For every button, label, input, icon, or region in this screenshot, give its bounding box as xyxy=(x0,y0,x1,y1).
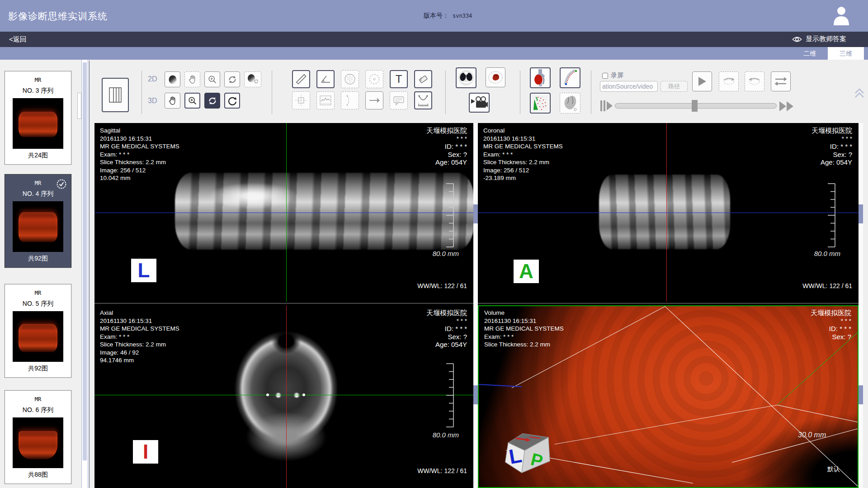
histogram-icon xyxy=(319,94,332,107)
heart2-preset-button[interactable]: D xyxy=(560,93,580,114)
study-datetime: 20161130 16:15:31 xyxy=(100,135,179,143)
swap-arrows-icon xyxy=(774,76,787,86)
user-icon[interactable] xyxy=(832,5,851,25)
loop-ccw-icon xyxy=(748,76,761,87)
series-card-4-selected[interactable]: MR NO. 4 序列 共92图 xyxy=(5,174,71,268)
knee-preset-button[interactable] xyxy=(530,67,551,88)
scale-label: 80.0 mm xyxy=(433,431,459,439)
back-button[interactable]: <返回 xyxy=(9,35,27,44)
ruler-icon xyxy=(295,73,307,85)
series-card-5[interactable]: MR NO. 5 序列 共92图 xyxy=(5,284,71,378)
show-teacher-answer-button[interactable]: 显示教师答案 xyxy=(792,35,846,43)
play-button[interactable] xyxy=(692,71,712,91)
fast-forward-icon[interactable] xyxy=(779,100,795,112)
slice-position: 94.1746 mm xyxy=(100,356,179,365)
crosshair-tool-button[interactable] xyxy=(292,91,310,109)
tab-3d[interactable]: 三维 xyxy=(828,47,864,60)
toolbar-divider xyxy=(591,71,591,114)
pan-2d-button[interactable] xyxy=(184,71,200,87)
arc-tool-button[interactable] xyxy=(341,91,359,109)
curve-ruler-tool-button[interactable] xyxy=(414,91,432,109)
rotate-2d-button[interactable] xyxy=(224,71,240,87)
window-info: WW/WL: 122 / 61 xyxy=(417,282,467,289)
window-level-reset-button[interactable] xyxy=(244,71,261,87)
series-thumbnail xyxy=(13,417,63,468)
step-play-icon[interactable] xyxy=(600,99,613,112)
sidebar-collapse-handle[interactable] xyxy=(77,93,81,119)
slice-position: 10.042 mm xyxy=(100,174,179,182)
eraser-tool-button[interactable] xyxy=(414,70,432,88)
slice-scrollbar-center[interactable] xyxy=(473,123,478,488)
scale-ruler xyxy=(443,363,455,427)
roi-circle-tool-button[interactable] xyxy=(341,70,359,88)
window-info: WW/WL: 122 / 61 xyxy=(802,282,852,289)
comment-icon xyxy=(392,94,405,107)
coronal-overlay-left: Coronal 20161130 16:15:31 MR GE MEDICAL … xyxy=(483,127,563,182)
comment-tool-button[interactable] xyxy=(390,91,408,109)
record-group: 录屏 xyxy=(602,71,623,80)
axial-crosshair-horizontal[interactable] xyxy=(94,395,473,395)
patient-id: ID: * * * xyxy=(811,142,852,151)
series-thumbnail xyxy=(13,311,63,362)
sidebar-scrollbar[interactable] xyxy=(81,60,88,488)
window-level-button[interactable] xyxy=(165,71,180,87)
arrow-icon xyxy=(368,94,381,107)
record-checkbox[interactable] xyxy=(602,73,608,79)
viewport-axial[interactable]: Axial 20161130 16:15:31 MR GE MEDICAL SY… xyxy=(94,305,473,488)
angle-tool-button[interactable] xyxy=(316,70,335,88)
exam-info: Exam: * * * xyxy=(100,333,179,341)
video-path-input[interactable] xyxy=(600,81,658,92)
sagittal-crosshair-horizontal[interactable] xyxy=(94,213,473,213)
viewport-volume-selected[interactable]: L P Volume 20161130 16:15:31 MR GE MEDIC… xyxy=(478,305,859,488)
series-modality: MR xyxy=(5,396,71,403)
slice-scrollbar-thumb[interactable] xyxy=(473,385,478,404)
arrow-tool-button[interactable] xyxy=(365,91,383,109)
pan-3d-button[interactable] xyxy=(165,93,180,109)
swap-direction-button[interactable] xyxy=(771,71,791,91)
sagittal-overlay-left: Sagittal 20161130 16:15:31 MR GE MEDICAL… xyxy=(100,127,179,182)
slice-scrollbar-thumb[interactable] xyxy=(859,385,863,404)
slice-scrollbar-right[interactable] xyxy=(859,123,863,488)
patient-name: * * * xyxy=(811,317,851,325)
slice-scrollbar-thumb[interactable] xyxy=(473,204,478,223)
series-card-6[interactable]: MR NO. 6 序列 共88图 xyxy=(5,390,71,484)
volume-preset-label[interactable]: 默认 xyxy=(827,465,840,474)
toolbar-collapse-chevron-icon[interactable] xyxy=(854,88,864,99)
series-card-3[interactable]: MR NO. 3 序列 共24图 xyxy=(5,71,71,165)
reset-rotation-3d-button[interactable] xyxy=(224,93,240,109)
version-info: 版本号：svn334 xyxy=(424,12,472,20)
path-button[interactable]: 路径 xyxy=(660,81,688,92)
export-video-button[interactable] xyxy=(469,93,490,113)
orientation-cube[interactable]: L P xyxy=(501,424,555,477)
sidebar-scrollbar-thumb[interactable] xyxy=(83,62,87,460)
series-modality: MR xyxy=(5,290,71,296)
series-image-count: 共88图 xyxy=(5,471,71,479)
histogram-tool-button[interactable] xyxy=(316,91,335,109)
heart-preset-button[interactable] xyxy=(486,67,505,87)
coronal-crosshair-horizontal[interactable] xyxy=(478,213,859,213)
ruler-tool-button[interactable] xyxy=(292,70,310,88)
slice-thickness: Slice Thickness: 2.2 mm xyxy=(100,341,179,349)
zoom-3d-button[interactable] xyxy=(184,93,200,109)
rotate-cw-loop-button[interactable] xyxy=(719,71,739,91)
lung-preset-button[interactable] xyxy=(456,67,476,88)
viewport-coronal[interactable]: Coronal 20161130 16:15:31 MR GE MEDICAL … xyxy=(478,123,859,302)
orientation-letter-anterior: A xyxy=(514,260,539,283)
layout-button[interactable] xyxy=(102,78,129,112)
slice-scrollbar-thumb[interactable] xyxy=(859,204,863,223)
rotate-ccw-loop-button[interactable] xyxy=(745,71,764,91)
toolbar-divider xyxy=(445,71,446,114)
tab-2d[interactable]: 二维 xyxy=(792,47,828,60)
record-label: 录屏 xyxy=(611,71,623,80)
text-tool-button[interactable]: T xyxy=(390,70,408,88)
spine-preset-button[interactable] xyxy=(560,67,580,88)
axial-crosshair-vertical[interactable] xyxy=(286,305,287,488)
slice-position: -23.189 mm xyxy=(483,174,563,182)
rotate-3d-button-selected[interactable] xyxy=(204,93,220,109)
viewport-sagittal[interactable]: Sagittal 20161130 16:15:31 MR GE MEDICAL… xyxy=(94,123,473,302)
dashed-circle-tool-button[interactable] xyxy=(365,70,383,88)
fan-preset-button[interactable] xyxy=(530,93,551,114)
zoom-2d-button[interactable] xyxy=(204,71,220,87)
orientation-letter-inferior: I xyxy=(133,440,158,464)
playback-slider-thumb[interactable] xyxy=(692,100,698,112)
